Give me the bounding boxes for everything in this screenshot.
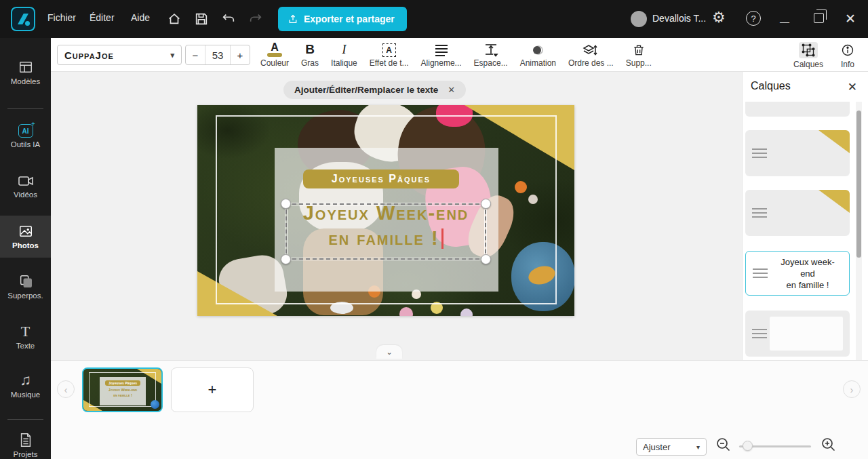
export-share-label: Exporter et partager	[304, 14, 395, 24]
window-restore-button[interactable]	[814, 13, 824, 23]
templates-icon	[18, 60, 33, 75]
selection-handle-bottom-right[interactable]	[481, 254, 491, 264]
design-canvas[interactable]: Joyeuses Pâques Joyeux Week-end en famil…	[197, 105, 574, 316]
user-avatar[interactable]	[631, 11, 647, 27]
drag-handle-icon[interactable]	[752, 208, 767, 218]
collapse-panel-button[interactable]: ⌄	[376, 345, 402, 359]
text-icon: T	[21, 324, 30, 339]
sidebar-item-modeles[interactable]: Modèles	[0, 53, 51, 92]
text-effect-icon: A	[382, 42, 396, 57]
chevron-down-icon: ⌄	[386, 348, 392, 357]
menu-fichier[interactable]: Fichier	[47, 12, 76, 23]
animation-tool-button[interactable]: Animation	[514, 41, 562, 69]
chevron-down-icon: ▾	[170, 51, 174, 60]
gold-triangle-thumb	[818, 130, 850, 153]
zoom-in-icon[interactable]	[821, 437, 837, 453]
italic-tool-button[interactable]: I Italique	[325, 41, 363, 69]
watermark-icon	[151, 400, 159, 409]
ai-tools-icon: AI +	[18, 124, 33, 138]
font-size-decrease-button[interactable]: −	[186, 45, 205, 64]
save-icon[interactable]	[192, 9, 211, 28]
layers-panel-icon	[799, 42, 818, 58]
bold-icon: B	[305, 42, 315, 57]
settings-gear-icon[interactable]: ⚙	[712, 9, 726, 26]
color-icon: A	[267, 42, 282, 57]
layer-item-partial-top[interactable]	[745, 102, 850, 117]
layer-item-white-panel[interactable]	[745, 311, 850, 357]
menu-aide[interactable]: Aide	[131, 12, 150, 23]
close-icon[interactable]: ✕	[848, 80, 857, 94]
layer-order-tool-button[interactable]: Ordre des ...	[562, 41, 620, 69]
selection-handle-bottom-left[interactable]	[281, 254, 291, 264]
workspace: Ajouter/Éditer/Remplacer le texte ✕	[51, 72, 742, 360]
hint-banner: Ajouter/Éditer/Remplacer le texte ✕	[283, 81, 466, 99]
layer-item-text-selected[interactable]: Joyeux week- end en famille !	[745, 251, 850, 296]
pages-strip: ‹ Joyeuses Pâques Joyeux Week-enden fami…	[51, 360, 868, 459]
sidebar-item-musique[interactable]: ♫ Musique	[0, 366, 51, 405]
app-logo-icon[interactable]	[11, 7, 35, 31]
animation-icon	[530, 42, 545, 57]
window-close-button[interactable]: ✕	[845, 11, 856, 26]
zoom-out-icon[interactable]	[715, 437, 732, 453]
pages-next-button[interactable]: ›	[843, 380, 861, 398]
drag-handle-icon[interactable]	[752, 329, 767, 338]
export-share-button[interactable]: Exporter et partager	[278, 7, 407, 31]
undo-icon[interactable]	[219, 9, 238, 28]
text-effect-tool-button[interactable]: A Effet de t...	[363, 41, 415, 69]
layers-panel-button[interactable]: Calques	[791, 41, 826, 71]
drag-handle-icon[interactable]	[753, 268, 768, 278]
help-icon[interactable]: ?	[746, 11, 761, 26]
sidebar-item-videos[interactable]: Vidéos	[0, 167, 51, 206]
page-thumbnail-1[interactable]: Joyeuses Pâques Joyeux Week-enden famill…	[82, 367, 163, 412]
user-name[interactable]: Devallois T...	[652, 13, 706, 24]
add-page-button[interactable]: +	[171, 367, 254, 412]
bold-tool-button[interactable]: B Gras	[295, 41, 325, 69]
sidebar-item-outils-ia[interactable]: AI + Outils IA	[0, 117, 51, 156]
video-icon	[18, 174, 34, 188]
sidebar-item-texte[interactable]: T Texte	[0, 317, 51, 357]
sidebar-item-superpos[interactable]: Superpos.	[0, 267, 51, 306]
color-tool-button[interactable]: A Couleur	[254, 41, 295, 69]
text-selection-box[interactable]	[285, 203, 486, 260]
zoom-slider-thumb[interactable]	[743, 441, 753, 451]
delete-tool-button[interactable]: Supp...	[620, 41, 658, 69]
layers-panel: Calques ✕ Joyeux week- end en famille !	[742, 72, 868, 360]
drag-handle-icon[interactable]	[752, 148, 767, 158]
layers-panel-title: Calques	[751, 80, 791, 92]
spacing-tool-button[interactable]: Espace...	[468, 41, 514, 69]
info-panel-button[interactable]: Info	[835, 41, 860, 71]
close-icon[interactable]: ✕	[448, 85, 455, 95]
info-icon	[838, 42, 857, 58]
selection-handle-top-left[interactable]	[281, 199, 291, 209]
pages-prev-button[interactable]: ‹	[57, 380, 75, 398]
zoom-fit-value: Ajuster	[643, 442, 670, 452]
layer-item-frame-2[interactable]	[745, 190, 850, 236]
font-family-select[interactable]: CuppaJoe ▾	[57, 45, 182, 65]
alignment-tool-button[interactable]: Aligneme...	[415, 41, 468, 69]
window-minimize-button[interactable]: —	[780, 16, 789, 27]
left-sidebar: Modèles AI + Outils IA Vidéos Photos Sup…	[0, 38, 51, 459]
home-icon[interactable]	[165, 9, 184, 28]
sidebar-divider	[7, 108, 43, 109]
plus-icon: +	[208, 381, 217, 399]
layers-scrollbar-thumb[interactable]	[856, 111, 861, 258]
layer-item-frame-1[interactable]	[745, 130, 850, 176]
gold-triangle-thumb	[818, 190, 850, 213]
badge-joyeuses-paques[interactable]: Joyeuses Pâques	[303, 169, 459, 188]
font-size-increase-button[interactable]: +	[230, 45, 250, 64]
font-size-value[interactable]: 53	[205, 45, 230, 64]
selection-handle-top-right[interactable]	[481, 199, 491, 209]
sidebar-item-photos[interactable]: Photos	[0, 216, 51, 258]
zoom-fit-select[interactable]: Ajuster ▾	[636, 438, 707, 456]
overlay-icon	[18, 274, 33, 289]
layer-text-label: Joyeux week- end en famille !	[770, 256, 845, 291]
menu-editer[interactable]: Éditer	[90, 12, 115, 23]
sidebar-item-projets[interactable]: Projets	[0, 426, 51, 459]
mini-badge: Joyeuses Pâques	[105, 380, 140, 386]
chevron-right-icon: ›	[850, 384, 854, 395]
white-rect-thumb	[770, 317, 843, 351]
music-icon: ♫	[20, 373, 31, 388]
text-toolbar: CuppaJoe ▾ − 53 + A Couleur B Gras I Ita…	[51, 38, 868, 72]
chevron-left-icon: ‹	[64, 384, 68, 395]
redo-icon[interactable]	[246, 9, 265, 28]
